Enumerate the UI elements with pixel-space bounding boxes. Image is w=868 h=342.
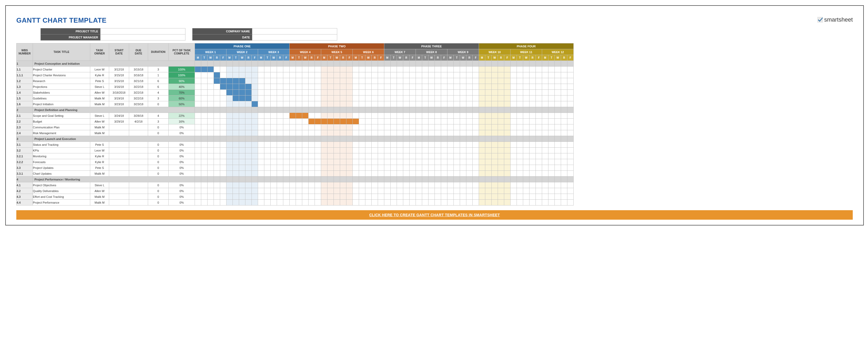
gantt-cell[interactable]	[214, 78, 220, 84]
gantt-cell[interactable]	[258, 130, 265, 136]
gantt-cell[interactable]	[460, 165, 466, 171]
gantt-cell[interactable]	[492, 72, 498, 78]
gantt-cell[interactable]	[289, 90, 296, 95]
gantt-cell[interactable]	[391, 159, 397, 165]
gantt-cell[interactable]	[334, 72, 340, 78]
gantt-cell[interactable]	[245, 148, 252, 153]
gantt-cell[interactable]	[384, 171, 391, 177]
gantt-cell[interactable]	[454, 84, 460, 90]
gantt-cell[interactable]	[435, 90, 441, 95]
gantt-cell[interactable]	[498, 72, 504, 78]
gantt-cell[interactable]	[466, 182, 473, 188]
gantt-cell[interactable]	[277, 113, 283, 119]
gantt-cell[interactable]	[378, 67, 384, 72]
gantt-cell[interactable]	[233, 124, 239, 130]
gantt-cell[interactable]	[252, 90, 258, 95]
gantt-cell[interactable]	[435, 171, 441, 177]
gantt-cell[interactable]	[567, 67, 574, 72]
cell-start[interactable]	[109, 148, 129, 153]
gantt-cell[interactable]	[309, 188, 315, 194]
gantt-cell[interactable]	[409, 194, 416, 200]
gantt-cell[interactable]	[258, 113, 265, 119]
gantt-cell[interactable]	[555, 90, 561, 95]
gantt-cell[interactable]	[258, 67, 265, 72]
cell-start[interactable]	[109, 130, 129, 136]
cell-start[interactable]: 3/12/18	[109, 67, 129, 72]
gantt-cell[interactable]	[309, 84, 315, 90]
gantt-cell[interactable]	[321, 182, 328, 188]
cell-task[interactable]: KPIs	[33, 148, 90, 153]
gantt-cell[interactable]	[346, 182, 353, 188]
gantt-cell[interactable]	[309, 130, 315, 136]
gantt-cell[interactable]	[302, 182, 309, 188]
gantt-cell[interactable]	[485, 153, 492, 159]
gantt-cell[interactable]	[302, 148, 309, 153]
gantt-cell[interactable]	[315, 148, 321, 153]
gantt-cell[interactable]	[523, 124, 529, 130]
gantt-cell[interactable]	[277, 148, 283, 153]
gantt-cell[interactable]	[384, 119, 391, 124]
gantt-cell[interactable]	[561, 72, 567, 78]
gantt-cell[interactable]	[271, 124, 277, 130]
cell-pct[interactable]: 0%	[168, 130, 195, 136]
gantt-cell[interactable]	[245, 119, 252, 124]
gantt-cell[interactable]	[435, 101, 441, 107]
gantt-cell[interactable]	[239, 159, 245, 165]
cell-owner[interactable]: Steve L	[90, 182, 109, 188]
gantt-cell[interactable]	[567, 119, 574, 124]
gantt-cell[interactable]	[466, 130, 473, 136]
gantt-cell[interactable]	[258, 194, 265, 200]
gantt-cell[interactable]	[517, 67, 523, 72]
gantt-cell[interactable]	[447, 153, 454, 159]
gantt-cell[interactable]	[283, 95, 289, 101]
gantt-cell[interactable]	[302, 90, 309, 95]
gantt-cell[interactable]	[372, 182, 378, 188]
gantt-cell[interactable]	[555, 194, 561, 200]
gantt-cell[interactable]	[302, 171, 309, 177]
cell-pct[interactable]: 0%	[168, 200, 195, 206]
gantt-cell[interactable]	[391, 130, 397, 136]
gantt-cell[interactable]	[321, 142, 328, 148]
gantt-cell[interactable]	[245, 159, 252, 165]
gantt-cell[interactable]	[245, 188, 252, 194]
cell-due[interactable]: 3/22/18	[129, 90, 148, 95]
gantt-cell[interactable]	[233, 78, 239, 84]
gantt-cell[interactable]	[454, 90, 460, 95]
gantt-cell[interactable]	[353, 142, 359, 148]
gantt-cell[interactable]	[328, 84, 334, 90]
gantt-cell[interactable]	[510, 171, 517, 177]
gantt-cell[interactable]	[245, 113, 252, 119]
gantt-cell[interactable]	[561, 148, 567, 153]
gantt-cell[interactable]	[365, 90, 372, 95]
gantt-cell[interactable]	[549, 142, 555, 148]
gantt-cell[interactable]	[504, 119, 510, 124]
gantt-cell[interactable]	[555, 148, 561, 153]
task-row[interactable]: 4.2Quality DeliverablesAllen W00%	[17, 188, 574, 194]
gantt-cell[interactable]	[529, 72, 536, 78]
cell-owner[interactable]: Leon W	[90, 67, 109, 72]
cell-pct[interactable]: 90%	[168, 78, 195, 84]
gantt-cell[interactable]	[529, 101, 536, 107]
cell-owner[interactable]: Kylie R	[90, 72, 109, 78]
cell-start[interactable]	[109, 159, 129, 165]
gantt-cell[interactable]	[359, 130, 365, 136]
gantt-cell[interactable]	[504, 101, 510, 107]
gantt-cell[interactable]	[315, 113, 321, 119]
gantt-cell[interactable]	[302, 130, 309, 136]
gantt-cell[interactable]	[504, 78, 510, 84]
gantt-cell[interactable]	[492, 159, 498, 165]
gantt-cell[interactable]	[555, 119, 561, 124]
gantt-cell[interactable]	[447, 194, 454, 200]
gantt-cell[interactable]	[195, 142, 201, 148]
gantt-cell[interactable]	[365, 78, 372, 84]
gantt-cell[interactable]	[283, 171, 289, 177]
gantt-cell[interactable]	[523, 159, 529, 165]
gantt-cell[interactable]	[378, 113, 384, 119]
gantt-cell[interactable]	[492, 124, 498, 130]
gantt-cell[interactable]	[258, 153, 265, 159]
gantt-cell[interactable]	[523, 84, 529, 90]
gantt-cell[interactable]	[460, 171, 466, 177]
gantt-cell[interactable]	[466, 153, 473, 159]
gantt-cell[interactable]	[265, 188, 271, 194]
gantt-cell[interactable]	[372, 101, 378, 107]
